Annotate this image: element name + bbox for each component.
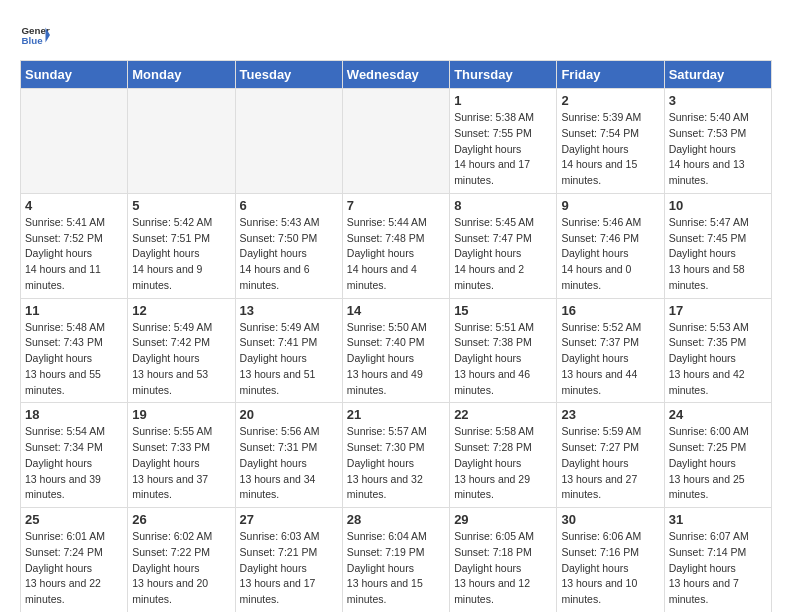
daylight-label: Daylight hours [669,457,736,469]
sunrise-label: Sunrise: 5:44 AM [347,216,427,228]
day-info: Sunrise: 5:43 AM Sunset: 7:50 PM Dayligh… [240,215,338,294]
day-number: 4 [25,198,123,213]
daylight-value: 13 hours and 15 minutes. [347,577,423,605]
sunrise-label: Sunrise: 5:55 AM [132,425,212,437]
day-number: 29 [454,512,552,527]
day-number: 28 [347,512,445,527]
daylight-label: Daylight hours [132,457,199,469]
svg-text:Blue: Blue [22,35,44,46]
daylight-value: 13 hours and 46 minutes. [454,368,530,396]
sunset-label: Sunset: 7:14 PM [669,546,747,558]
sunset-label: Sunset: 7:51 PM [132,232,210,244]
header-sunday: Sunday [21,61,128,89]
daylight-value: 13 hours and 29 minutes. [454,473,530,501]
header-tuesday: Tuesday [235,61,342,89]
daylight-label: Daylight hours [240,457,307,469]
sunset-label: Sunset: 7:18 PM [454,546,532,558]
day-number: 9 [561,198,659,213]
sunrise-label: Sunrise: 6:01 AM [25,530,105,542]
calendar-week-5: 25 Sunrise: 6:01 AM Sunset: 7:24 PM Dayl… [21,508,772,613]
calendar-cell: 14 Sunrise: 5:50 AM Sunset: 7:40 PM Dayl… [342,298,449,403]
sunrise-label: Sunrise: 5:52 AM [561,321,641,333]
daylight-value: 13 hours and 51 minutes. [240,368,316,396]
daylight-label: Daylight hours [561,457,628,469]
day-info: Sunrise: 5:41 AM Sunset: 7:52 PM Dayligh… [25,215,123,294]
day-number: 6 [240,198,338,213]
calendar-cell: 26 Sunrise: 6:02 AM Sunset: 7:22 PM Dayl… [128,508,235,613]
day-info: Sunrise: 5:52 AM Sunset: 7:37 PM Dayligh… [561,320,659,399]
daylight-value: 13 hours and 53 minutes. [132,368,208,396]
logo-icon: General Blue [20,20,50,50]
day-info: Sunrise: 5:48 AM Sunset: 7:43 PM Dayligh… [25,320,123,399]
daylight-value: 13 hours and 27 minutes. [561,473,637,501]
day-number: 14 [347,303,445,318]
sunset-label: Sunset: 7:45 PM [669,232,747,244]
sunset-label: Sunset: 7:40 PM [347,336,425,348]
daylight-label: Daylight hours [454,247,521,259]
daylight-label: Daylight hours [347,562,414,574]
sunset-label: Sunset: 7:37 PM [561,336,639,348]
calendar-cell: 28 Sunrise: 6:04 AM Sunset: 7:19 PM Dayl… [342,508,449,613]
sunrise-label: Sunrise: 5:57 AM [347,425,427,437]
sunrise-label: Sunrise: 5:46 AM [561,216,641,228]
sunset-label: Sunset: 7:28 PM [454,441,532,453]
sunrise-label: Sunrise: 5:45 AM [454,216,534,228]
daylight-value: 13 hours and 32 minutes. [347,473,423,501]
day-info: Sunrise: 5:38 AM Sunset: 7:55 PM Dayligh… [454,110,552,189]
calendar-cell: 22 Sunrise: 5:58 AM Sunset: 7:28 PM Dayl… [450,403,557,508]
sunrise-label: Sunrise: 6:04 AM [347,530,427,542]
day-info: Sunrise: 5:50 AM Sunset: 7:40 PM Dayligh… [347,320,445,399]
daylight-value: 13 hours and 58 minutes. [669,263,745,291]
daylight-value: 14 hours and 0 minutes. [561,263,631,291]
daylight-value: 13 hours and 10 minutes. [561,577,637,605]
sunset-label: Sunset: 7:54 PM [561,127,639,139]
daylight-value: 13 hours and 22 minutes. [25,577,101,605]
calendar-cell: 23 Sunrise: 5:59 AM Sunset: 7:27 PM Dayl… [557,403,664,508]
daylight-value: 13 hours and 20 minutes. [132,577,208,605]
day-info: Sunrise: 6:05 AM Sunset: 7:18 PM Dayligh… [454,529,552,608]
calendar-cell: 30 Sunrise: 6:06 AM Sunset: 7:16 PM Dayl… [557,508,664,613]
sunrise-label: Sunrise: 5:42 AM [132,216,212,228]
day-info: Sunrise: 5:51 AM Sunset: 7:38 PM Dayligh… [454,320,552,399]
sunset-label: Sunset: 7:33 PM [132,441,210,453]
daylight-value: 14 hours and 4 minutes. [347,263,417,291]
day-number: 23 [561,407,659,422]
sunset-label: Sunset: 7:25 PM [669,441,747,453]
day-number: 16 [561,303,659,318]
calendar-cell: 13 Sunrise: 5:49 AM Sunset: 7:41 PM Dayl… [235,298,342,403]
header-saturday: Saturday [664,61,771,89]
calendar-cell: 20 Sunrise: 5:56 AM Sunset: 7:31 PM Dayl… [235,403,342,508]
day-info: Sunrise: 6:06 AM Sunset: 7:16 PM Dayligh… [561,529,659,608]
daylight-value: 13 hours and 17 minutes. [240,577,316,605]
day-number: 7 [347,198,445,213]
calendar-cell: 31 Sunrise: 6:07 AM Sunset: 7:14 PM Dayl… [664,508,771,613]
calendar-cell: 4 Sunrise: 5:41 AM Sunset: 7:52 PM Dayli… [21,193,128,298]
daylight-value: 14 hours and 17 minutes. [454,158,530,186]
day-info: Sunrise: 5:56 AM Sunset: 7:31 PM Dayligh… [240,424,338,503]
day-number: 22 [454,407,552,422]
sunrise-label: Sunrise: 6:06 AM [561,530,641,542]
calendar-cell: 7 Sunrise: 5:44 AM Sunset: 7:48 PM Dayli… [342,193,449,298]
calendar-cell [128,89,235,194]
day-number: 18 [25,407,123,422]
calendar-cell: 27 Sunrise: 6:03 AM Sunset: 7:21 PM Dayl… [235,508,342,613]
sunset-label: Sunset: 7:22 PM [132,546,210,558]
daylight-value: 13 hours and 49 minutes. [347,368,423,396]
day-number: 13 [240,303,338,318]
daylight-label: Daylight hours [132,247,199,259]
calendar-cell: 17 Sunrise: 5:53 AM Sunset: 7:35 PM Dayl… [664,298,771,403]
daylight-value: 13 hours and 25 minutes. [669,473,745,501]
calendar-cell: 8 Sunrise: 5:45 AM Sunset: 7:47 PM Dayli… [450,193,557,298]
day-info: Sunrise: 6:07 AM Sunset: 7:14 PM Dayligh… [669,529,767,608]
calendar-cell: 16 Sunrise: 5:52 AM Sunset: 7:37 PM Dayl… [557,298,664,403]
logo: General Blue [20,20,54,50]
daylight-label: Daylight hours [25,562,92,574]
sunrise-label: Sunrise: 6:00 AM [669,425,749,437]
day-info: Sunrise: 5:54 AM Sunset: 7:34 PM Dayligh… [25,424,123,503]
daylight-label: Daylight hours [669,352,736,364]
day-number: 2 [561,93,659,108]
sunrise-label: Sunrise: 5:47 AM [669,216,749,228]
day-number: 31 [669,512,767,527]
day-number: 26 [132,512,230,527]
day-number: 21 [347,407,445,422]
